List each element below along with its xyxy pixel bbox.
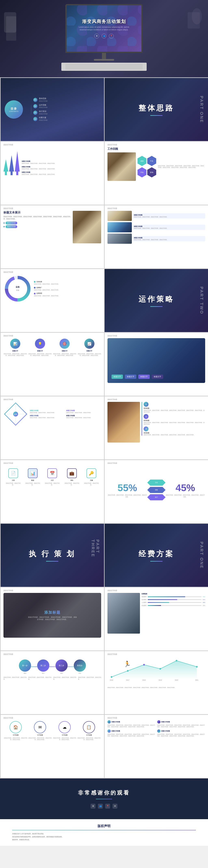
- svg-text:2019: 2019: [159, 679, 162, 681]
- sign-bar-3: 执行: [150, 494, 163, 500]
- col-icon-2: 💡: [35, 339, 45, 349]
- icon-subtext-4: 添加文字内容，添加文字内容。: [64, 483, 80, 486]
- hex-item-2: 不足: [147, 156, 156, 166]
- budget-bar-4: [148, 605, 161, 606]
- card-img-2: [107, 222, 132, 232]
- buildings-img: [107, 593, 140, 633]
- card-body-1: 添加文字内容，添加文字内容，添加文字内容，添加文字内容。: [134, 216, 204, 218]
- budget-item-2: 宣传费用 55%: [142, 599, 205, 600]
- music-container: 添加标题 添加文字内容，添加文字内容，添加文字内容，添加文字内容，添加文字内容，…: [3, 593, 101, 638]
- contents-text-3: 执行策划添加文字内容: [39, 110, 47, 115]
- title-showcase-layout: 标题文本展示 添加文字内容，添加文字内容，添加文字内容，添加文字内容，添加文字内…: [3, 211, 101, 243]
- slide-diamond-content: 添加文字内容: [1, 396, 104, 428]
- col-3: 🎯 标题文字 添加文字内容，添加文字内容，添加文字内容，添加文字内容，添加文字内…: [53, 339, 77, 356]
- dia-title-2: 标题文本标题: [66, 410, 101, 412]
- slide-runner-content: 添加文字内容: [105, 651, 208, 690]
- circle-svg: 业务 目标: [3, 275, 32, 303]
- slide-budget: 添加文字内容 经费预算 场地费用 70%: [105, 587, 208, 650]
- budget-label-2: 宣传费用: [142, 599, 146, 600]
- it-title-1: 添加标题: [144, 407, 205, 410]
- cg-label-3: 文字标题: [53, 734, 77, 736]
- part-two-content: 运作策略: [139, 294, 174, 307]
- slide-four-cols-content: 添加文字内容 📊 标题文字 添加文字内容，添加文字内容，添加文字内容，添加文字内…: [1, 333, 104, 358]
- slide-work-review-content: 添加文字内容 工作回顾 成就 不足: [105, 142, 208, 183]
- dia-text-2: 添加文字内容，添加文字内容，添加文字内容。: [66, 412, 101, 413]
- slide-circles-content: 添加文字内容 第一步 规划 第二步 执行 第三步 监控: [1, 651, 104, 682]
- music-title: 添加标题: [28, 610, 77, 615]
- cg-text-1: 添加文字内容，添加文字内容，添加文字内容，添加文字内容。: [3, 737, 28, 741]
- svg-point-15: [160, 668, 161, 670]
- arrow-1-stem: [5, 171, 7, 175]
- flow-circle-1: 第一步: [19, 659, 31, 672]
- dia-title-3: 标题文本标题: [30, 415, 65, 417]
- hex-4: 影响: [147, 167, 156, 178]
- circ-item-2: 品牌推广 添加文字内容，添加文字内容，添加文字内容。: [34, 287, 101, 291]
- tag-2: 添加文字内容: [5, 225, 17, 228]
- budget-bar-2: [148, 599, 177, 600]
- icon-col-4: 💼 商务 添加文字内容，添加文字内容。: [64, 468, 80, 486]
- arrows-text-item-2: 标题文本标题 添加文字内容，添加文字内容，添加文字内容，添加文字内容。: [22, 166, 101, 170]
- monitor-base: [94, 59, 114, 61]
- cg-item-2: ✉ 文字标题 添加文字内容，添加文字内容，添加文字内容，添加文字内容。: [28, 721, 52, 740]
- arrow-2: [9, 155, 14, 175]
- sign-row-3: 执行: [147, 494, 166, 500]
- footer-icon-1: ⚙: [91, 804, 96, 809]
- contents-item-4: 04 经费方案添加文字内容: [33, 117, 100, 121]
- svg-point-12: [111, 676, 112, 678]
- dia-item-3: 标题文本标题 添加文字内容，添加文字内容，添加文字内容。: [30, 415, 65, 418]
- circle-grid-layout: 🏠 文字标题 添加文字内容，添加文字内容，添加文字内容，添加文字内容。 ✉ 文字…: [3, 721, 101, 740]
- contents-left: 目录 CONTENTS: [5, 100, 23, 119]
- thanks-section: 非常感谢你的观看 ⚙ 👥 📍 ✉: [0, 778, 208, 819]
- slide-circular: 添加文字内容: [1, 269, 104, 332]
- slide-part-four: PART ONE 经费方案: [105, 524, 208, 587]
- col-title-2: 标题文字: [28, 350, 52, 352]
- budget-label-4: 其他费用: [142, 605, 146, 606]
- it-text-2: 添加文字内容，添加文字内容，添加文字内容，添加文字内容，添加文字内容，添加文字内…: [144, 422, 205, 425]
- work-photo: [107, 152, 136, 181]
- slide-part-three: PART THREE 执 行 策 划: [1, 524, 104, 587]
- hex-row-2: 开拓 影响: [138, 167, 156, 178]
- slide-text-para: 添加文字内容 标题文本标题 添加文字内容，添加文字内容，添加文字内容，添加文字内…: [105, 715, 208, 778]
- slides-grid: 目录 CONTENTS 01 整体思路添加文字内容 02 运作策略添加文字内容 …: [0, 77, 208, 778]
- copyright-author: 版权所有，转载请注明出处。: [12, 839, 196, 841]
- slide-city-content: 添加文字内容 标题文字 标题文字 标题文字 标题文字: [105, 333, 208, 385]
- svg-point-16: [176, 660, 177, 661]
- slide-circular-content: 添加文字内容: [1, 269, 104, 305]
- tag-dot-1: [3, 222, 5, 224]
- city-tag-2: 标题文字: [125, 375, 136, 379]
- slide-add-label-5: 添加文字内容: [3, 207, 101, 210]
- tp-header-4: 标题文本标题: [157, 730, 205, 733]
- svg-text:2018: 2018: [142, 679, 146, 681]
- tp-title-3: 标题文本标题: [111, 730, 120, 732]
- dia-item-1: 标题文本标题 添加文字内容，添加文字内容，添加文字内容。: [30, 410, 65, 413]
- slide-add-label-20: 添加文字内容: [107, 653, 205, 655]
- slide-two-cards-content: 添加文字内容 标题文本标题 添加文字内容，添加文字内容，添加文字内容，添加文字内…: [105, 205, 208, 246]
- tag-dot-2: [3, 226, 5, 227]
- budget-items: 场地费用 70% 宣传费用 55: [142, 596, 205, 607]
- icon-subtext-3: 添加文字内容，添加文字内容。: [44, 483, 60, 486]
- photo-text-layout: ① 添加标题 添加文字内容，添加文字内容，添加文字内容，添加文字内容，添加文字内…: [107, 402, 205, 442]
- tp-title-1: 标题文本标题: [111, 721, 120, 723]
- hex-2: 不足: [147, 156, 156, 166]
- tp-title-2: 标题文本标题: [161, 721, 170, 723]
- arrows-text-item-1: 标题文本标题 添加文字内容，添加文字内容，添加文字内容，添加文字内容。: [22, 160, 101, 164]
- circ-title-3: 运营管理: [36, 292, 42, 294]
- card-body-2: 添加文字内容，添加文字内容，添加文字内容，添加文字内容。: [134, 227, 204, 229]
- icons-row-layout: 📄 文档 添加文字内容，添加文字内容。 📊 数据 添加文字内容，添加文字内容。 …: [3, 468, 101, 486]
- stat-pct-1: 55%: [107, 482, 147, 493]
- part-two-title: 运作策略: [139, 294, 174, 304]
- monitor-screen: 渐变风商务活动策划 Lorem ipsum dolor sit amet, co…: [65, 4, 143, 53]
- slide-add-label-19: 添加文字内容: [3, 653, 101, 655]
- card-text-1: 标题文本标题 添加文字内容，添加文字内容，添加文字内容，添加文字内容。: [133, 213, 205, 219]
- col-title-4: 标题文字: [78, 350, 101, 352]
- monitor: 渐变风商务活动策划 Lorem ipsum dolor sit amet, co…: [59, 4, 149, 73]
- slide-add-label-10: 添加文字内容: [107, 335, 205, 337]
- slide-photo-text-content: 添加文字内容 ① 添加标题 添加文字内容，添加文字内容，添加文字内容，添加文字内…: [105, 396, 208, 444]
- stat-left: 55% 添加文字内容，添加文字内容，添加文字内容，添加文字内容，添加文字内容。: [107, 482, 147, 498]
- budget-bar-3-bg: [148, 602, 202, 603]
- icon-box-3: 📅: [47, 468, 57, 478]
- budget-val-1: 70%: [203, 596, 205, 597]
- cg-item-1: 🏠 文字标题 添加文字内容，添加文字内容，添加文字内容，添加文字内容。: [3, 721, 28, 740]
- slide-city-photo: 添加文字内容 标题文字 标题文字 标题文字 标题文字: [105, 333, 208, 396]
- svg-text:2021: 2021: [195, 679, 199, 681]
